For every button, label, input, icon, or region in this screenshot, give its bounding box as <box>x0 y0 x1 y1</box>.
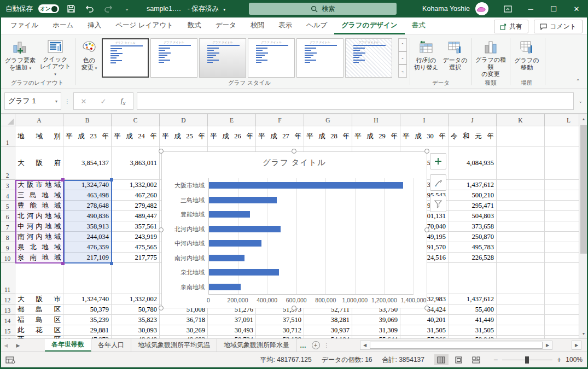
change-chart-type-button[interactable]: グラフの種類の変更 <box>474 37 508 78</box>
sheet-nav-left-icon[interactable]: ◀ <box>0 339 12 352</box>
cell-J9[interactable]: 495,783 <box>449 242 497 253</box>
zoom-out-button[interactable]: − <box>493 355 498 364</box>
cell-K12[interactable] <box>497 294 545 304</box>
cell-G14[interactable]: 38,281 <box>304 315 352 325</box>
cell-K1[interactable] <box>497 126 545 147</box>
cell-C13[interactable]: 50,780 <box>112 304 160 315</box>
row-header-9[interactable]: 9 <box>0 242 15 253</box>
cell-K2[interactable] <box>497 147 545 180</box>
row-header-2[interactable]: 2 <box>0 147 15 180</box>
search-input[interactable]: 検索 <box>249 3 397 15</box>
normal-view-button[interactable] <box>434 354 449 365</box>
chart-bar[interactable] <box>209 226 281 232</box>
range-handle[interactable] <box>61 262 65 265</box>
row-header-3[interactable]: 3 <box>0 180 15 190</box>
range-handle[interactable] <box>61 178 65 181</box>
gallery-more-button[interactable]: ⌄̲ <box>398 65 407 78</box>
quick-access-more-icon[interactable]: ⌄ <box>120 3 133 15</box>
chart-resize-handle[interactable] <box>292 149 296 154</box>
chart-bar[interactable] <box>209 182 403 189</box>
chart-resize-handle[interactable] <box>424 149 429 154</box>
row-header-4[interactable]: 4 <box>0 190 15 201</box>
column-header-G[interactable]: G <box>304 114 352 126</box>
cell-J2[interactable]: 4,084,935 <box>449 147 497 180</box>
cell-K8[interactable] <box>497 232 545 242</box>
cell-K7[interactable] <box>497 221 545 232</box>
gallery-down-button[interactable]: ⌄ <box>398 51 407 65</box>
column-header-E[interactable]: E <box>208 114 256 126</box>
cell-K13[interactable] <box>497 304 545 315</box>
ribbon-tab-ホーム[interactable]: ホーム <box>45 17 80 34</box>
cell-K3[interactable] <box>497 180 545 190</box>
chart-style-thumbnail[interactable]: グラフ タイトル <box>102 38 149 78</box>
chart-resize-handle[interactable] <box>159 227 164 232</box>
chart-bar[interactable] <box>209 255 244 261</box>
row-header-8[interactable]: 8 <box>0 232 15 242</box>
add-chart-element-button[interactable]: グラフ要素を追加 ▾ <box>4 37 36 78</box>
chart-resize-handle[interactable] <box>424 306 429 311</box>
cell-E14[interactable]: 37,091 <box>208 315 256 325</box>
cell-G1[interactable]: 平成28年 <box>304 126 352 147</box>
chart-styles-button[interactable] <box>430 174 446 191</box>
new-sheet-button[interactable]: + <box>310 339 322 352</box>
status-average[interactable]: 平均: 481767.125 <box>260 355 312 365</box>
cell-B14[interactable]: 35,239 <box>63 315 112 325</box>
chart-bar[interactable] <box>209 284 241 290</box>
cell-C12[interactable]: 1,332,002 <box>112 294 160 304</box>
cell-I15[interactable]: 31,505 <box>400 325 449 336</box>
cell-C2[interactable]: 3,863,011 <box>112 147 160 180</box>
status-count[interactable]: データの個数: 16 <box>322 355 372 365</box>
cell-C11[interactable] <box>112 263 160 294</box>
row-header-5[interactable]: 5 <box>0 201 15 211</box>
cell-C10[interactable]: 217,775 <box>112 253 160 263</box>
maximize-button[interactable]: ☐ <box>542 0 565 17</box>
cell-J7[interactable]: 373,658 <box>449 221 497 232</box>
sheet-view-icon[interactable] <box>0 356 15 364</box>
column-header-D[interactable]: D <box>160 114 208 126</box>
chart[interactable]: グラフ タイトル 0200,000400,000600,000800,0001,… <box>161 151 427 308</box>
row-header-15[interactable]: 15 <box>0 325 15 336</box>
cell-J4[interactable]: 500,210 <box>449 190 497 201</box>
avatar[interactable] <box>475 2 488 15</box>
chart-style-thumbnail[interactable]: グラフ タイトル <box>296 38 344 78</box>
cell-K14[interactable] <box>497 315 545 325</box>
cell-K10[interactable] <box>497 253 545 263</box>
vertical-scrollbar[interactable]: ▲ ▼ <box>579 114 588 338</box>
scroll-down-icon[interactable]: ▼ <box>579 329 588 338</box>
cell-C15[interactable]: 30,093 <box>112 325 160 336</box>
cell-J10[interactable]: 226,528 <box>449 253 497 263</box>
cell-C5[interactable]: 279,482 <box>112 201 160 211</box>
zoom-slider[interactable] <box>502 360 552 360</box>
row-header-11[interactable]: 11 <box>0 263 15 294</box>
row-header-14[interactable]: 14 <box>0 315 15 325</box>
chart-resize-handle[interactable] <box>292 306 296 311</box>
select-all-corner[interactable] <box>0 114 15 126</box>
fx-icon[interactable]: fx <box>113 96 133 106</box>
ribbon-tab-校閲[interactable]: 校閲 <box>243 17 271 34</box>
scroll-up-icon[interactable]: ▲ <box>579 114 588 124</box>
range-handle[interactable] <box>110 262 113 265</box>
cell-J14[interactable]: 41,449 <box>449 315 497 325</box>
status-sum[interactable]: 合計: 3854137 <box>382 355 424 365</box>
user-name[interactable]: Kohama Yoshie <box>422 5 470 13</box>
switch-row-column-button[interactable]: 行/列の切り替え <box>412 37 440 78</box>
name-box[interactable]: グラフ 1 ▾ <box>4 92 61 110</box>
move-chart-button[interactable]: グラフの移動 <box>512 37 542 78</box>
horizontal-scrollbar[interactable]: ◀ ▶ <box>360 341 552 350</box>
tab-scroll-right-button[interactable]: ▶ <box>572 341 581 350</box>
chevron-down-icon[interactable]: ▾ <box>55 99 57 104</box>
cell-A14[interactable]: 福島区 <box>15 315 63 325</box>
cell-B2[interactable]: 3,854,137 <box>63 147 112 180</box>
cell-I14[interactable]: 40,201 <box>400 315 449 325</box>
sheet-tab-地域気象観測所平均気温[interactable]: 地域気象観測所平均気温 <box>131 339 217 352</box>
cell-D1[interactable]: 平成25年 <box>160 126 208 147</box>
scroll-left-icon[interactable]: ◀ <box>360 343 369 348</box>
chart-bar[interactable] <box>209 240 261 247</box>
ribbon-tab-ページ レイアウト[interactable]: ページ レイアウト <box>108 17 181 34</box>
quick-layout-button[interactable]: クイックレイアウト ▾ <box>39 37 71 78</box>
cell-B11[interactable] <box>63 263 112 294</box>
scroll-right-icon[interactable]: ▶ <box>543 343 552 348</box>
cell-E15[interactable]: 30,493 <box>208 325 256 336</box>
cell-C6[interactable]: 489,447 <box>112 211 160 221</box>
cell-K11[interactable] <box>497 263 545 294</box>
